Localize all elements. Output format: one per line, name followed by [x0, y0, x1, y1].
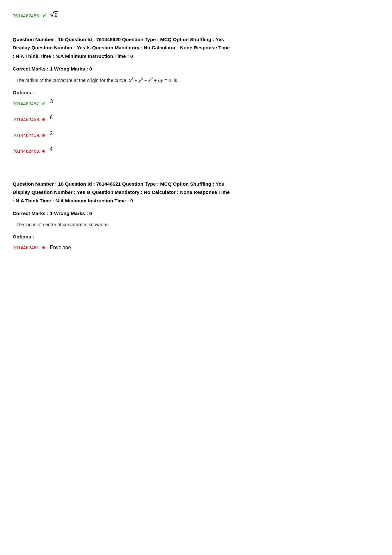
- q16-options-label-text: Options :: [13, 234, 34, 239]
- q15-option-4-id-text: 7614462460.: [13, 148, 40, 154]
- q15-option-2-star-icon: ✺: [42, 117, 46, 122]
- q15-option-1-id-text: 7614462457.: [13, 101, 40, 106]
- q16-meta-line3: : N.A Think Time : N.A Minimum Instructi…: [13, 197, 379, 205]
- q15-option-1: 7614462457. ✔ 3: [13, 101, 379, 107]
- q15-meta-line2: Display Question Number : Yes Is Questio…: [13, 44, 379, 52]
- q16-options-label: Options :: [13, 234, 379, 240]
- sqrt-radicand: 2: [54, 11, 58, 18]
- q15-options-label: Options :: [13, 90, 379, 96]
- q15-option-4-star-icon: ✺: [42, 149, 46, 154]
- q15-option-1-value: 3: [50, 99, 53, 104]
- q15-meta-line1: Question Number : 15 Question Id : 76144…: [13, 35, 379, 44]
- q15-option-2-id: 7614462458. ✺: [13, 117, 46, 122]
- q16-option-1-value: Envelope: [50, 245, 71, 250]
- q15-option-4: 7614462460. ✺ 4: [13, 148, 379, 154]
- sqrt-radical-icon: √: [50, 11, 54, 18]
- q15-options-label-text: Options :: [13, 90, 34, 95]
- q15-text-content: The radius of the curvature at the origi…: [16, 77, 126, 83]
- top-answer-id: 7614462456. ✔: [13, 13, 46, 19]
- q15-marks-text: Correct Marks : 1 Wrong Marks : 0: [13, 66, 92, 71]
- q16-option-1-id-text: 7614462461.: [13, 245, 40, 250]
- q15-math-formula: x3 + y3 − x2 + 6y = 0: [128, 77, 173, 83]
- question-15-meta: Question Number : 15 Question Id : 76144…: [13, 35, 379, 60]
- q15-correct-marks: Correct Marks : 1 Wrong Marks : 0: [13, 66, 379, 72]
- q15-option-3-value: 2: [50, 131, 53, 136]
- question-16-meta: Question Number : 16 Question Id : 76144…: [13, 180, 379, 205]
- q15-option-1-id: 7614462457. ✔: [13, 101, 46, 107]
- q16-question-text: The locus of centre of curvature is know…: [13, 221, 379, 228]
- q15-option-3-id-text: 7614462459.: [13, 133, 40, 138]
- q16-option-1-star-icon: ✺: [42, 245, 46, 250]
- q15-option-2: 7614462458. ✺ 6: [13, 117, 379, 122]
- answer-id-text: 7614462456.: [13, 13, 40, 18]
- q15-option-4-id: 7614462460. ✺: [13, 148, 46, 154]
- section-divider: [13, 164, 379, 170]
- q16-marks-text: Correct Marks : 1 Wrong Marks : 0: [13, 211, 92, 216]
- q15-option-3: 7614462459. ✺ 2: [13, 133, 379, 138]
- q15-option-3-star-icon: ✺: [42, 133, 46, 138]
- q15-question-text: The radius of the curvature at the origi…: [13, 76, 379, 84]
- q15-option-3-id: 7614462459. ✺: [13, 133, 46, 138]
- top-answer-checkmark: ✔: [42, 13, 46, 19]
- top-answer-math: √ 2: [50, 11, 58, 18]
- q15-option-2-id-text: 7614462458.: [13, 117, 40, 122]
- q16-text-content: The locus of centre of curvature is know…: [16, 222, 108, 227]
- q15-meta-line3: : N.A Think Time : N.A Minimum Instructi…: [13, 52, 379, 60]
- q15-option-4-value: 4: [50, 146, 53, 152]
- q15-option-2-value: 6: [50, 115, 53, 120]
- q16-correct-marks: Correct Marks : 1 Wrong Marks : 0: [13, 211, 379, 216]
- q16-option-1: 7614462461. ✺ Envelope: [13, 245, 379, 250]
- q16-meta-line1: Question Number : 16 Question Id : 76144…: [13, 180, 379, 188]
- q15-option-1-checkmark: ✔: [42, 101, 46, 107]
- q16-meta-line2: Display Question Number : Yes Is Questio…: [13, 188, 379, 196]
- top-answer-section: 7614462456. ✔ √ 2: [13, 9, 379, 20]
- q16-option-1-id: 7614462461. ✺: [13, 245, 46, 250]
